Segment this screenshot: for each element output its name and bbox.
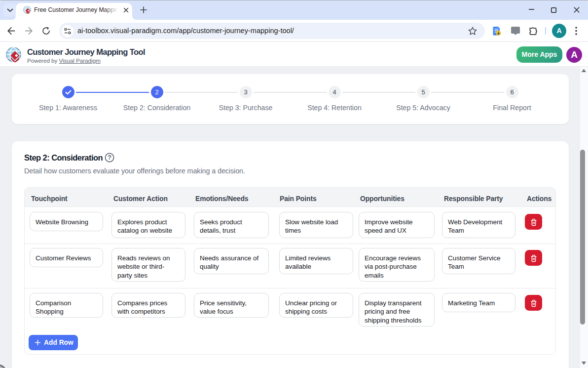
svg-text:?: ?: [108, 154, 111, 161]
